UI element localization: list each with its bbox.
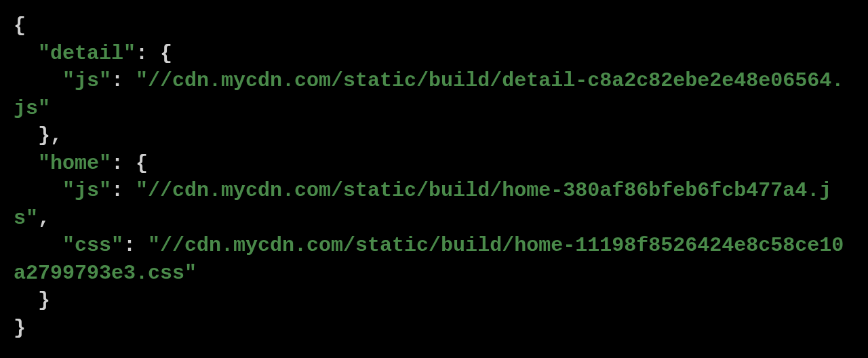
colon: :: [111, 69, 136, 92]
brace-open-root: {: [14, 14, 26, 37]
indent: [14, 289, 38, 312]
indent: [14, 42, 38, 65]
value-detail-js: "//cdn.mycdn.com/static/build/detail-c8a…: [14, 69, 844, 120]
colon: :: [123, 234, 148, 257]
key-detail: "detail": [38, 42, 136, 65]
indent: [14, 124, 38, 147]
colon: :: [111, 179, 136, 202]
key-detail-js: "js": [62, 69, 111, 92]
indent: [14, 234, 62, 257]
value-home-js: "//cdn.mycdn.com/static/build/home-380af…: [14, 179, 831, 230]
indent: [14, 179, 62, 202]
code-block: { "detail": { "js": "//cdn.mycdn.com/sta…: [14, 12, 854, 342]
indent: [14, 69, 62, 92]
colon: :: [111, 152, 136, 175]
comma: ,: [50, 124, 62, 147]
brace-open-detail: {: [160, 42, 172, 65]
indent: [14, 152, 38, 175]
colon: :: [136, 42, 160, 65]
brace-open-home: {: [136, 152, 148, 175]
brace-close-home: }: [38, 289, 50, 312]
comma: ,: [38, 207, 50, 230]
brace-close-detail: }: [38, 124, 50, 147]
brace-close-root: }: [14, 317, 26, 340]
key-home-js: "js": [62, 179, 111, 202]
key-home: "home": [38, 152, 111, 175]
key-home-css: "css": [62, 234, 123, 257]
